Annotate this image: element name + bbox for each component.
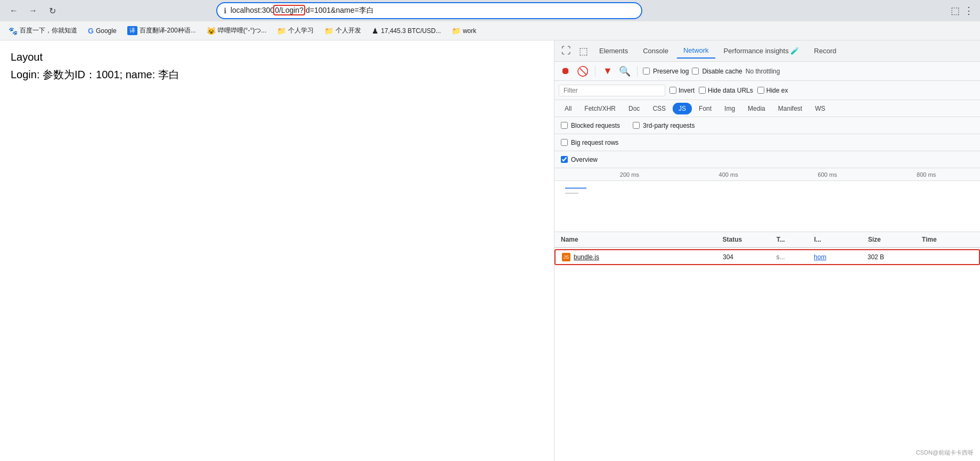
cast-button[interactable]: ⬚ [951,5,960,17]
type-btn-font[interactable]: Font [693,103,717,114]
address-bar[interactable]: ℹ localhost:3000/Login?id=1001&name=李白 [216,2,642,19]
disable-cache-checkbox[interactable] [692,68,699,75]
type-btn-img[interactable]: Img [718,103,741,114]
bookmark-personal-dev[interactable]: 📁 个人开发 [320,24,365,37]
col-header-status: Status [723,236,777,243]
tab-network[interactable]: Network [677,43,715,59]
overview-row: Overview [554,151,980,168]
bookmark-dev-label: 个人开发 [336,26,361,35]
back-button[interactable]: ← [6,3,21,18]
col-header-name: Name [559,236,723,243]
bookmark-google[interactable]: G Google [84,24,121,37]
bookmark-personal-study[interactable]: 📁 个人学习 [273,24,318,37]
csdn-watermark: CSDN@前端卡卡西呀 [916,449,974,457]
browser-actions: ⬚ ⋮ [951,5,974,17]
col-header-size: Size [868,236,922,243]
url-prefix: localhost:300 [231,6,275,14]
hide-data-urls-label[interactable]: Hide data URLs [708,87,753,94]
preserve-log-label[interactable]: Preserve log [653,68,689,75]
type-btn-media[interactable]: Media [742,103,771,114]
timeline-request-bar-2 [565,193,578,194]
js-file-icon: JS [562,253,570,261]
translate-icon: 译 [127,26,137,35]
hide-ex-label[interactable]: Hide ex [766,87,788,94]
timeline-request-bar [565,187,586,189]
hide-ex-checkbox[interactable] [757,87,764,94]
type-btn-manifest[interactable]: Manifest [772,103,808,114]
file-name-label: bundle.js [574,253,599,261]
network-table: JS bundle.js 304 s... hom 302 B [554,248,980,461]
type-btn-css[interactable]: CSS [647,103,672,114]
overview-checkbox[interactable] [561,156,568,163]
big-request-rows-checkbox[interactable] [561,139,568,146]
address-bar-url: localhost:3000/Login?id=1001&name=李白 [231,6,635,15]
filter-input[interactable] [559,85,665,96]
lock-icon: ℹ [224,6,226,15]
filter-button[interactable]: ▼ [601,64,615,78]
reload-button[interactable]: ↻ [45,3,60,18]
invert-label[interactable]: Invert [679,87,695,94]
timeline-ruler: 200 ms 400 ms 600 ms 800 ms [554,168,980,181]
bookmark-btc[interactable]: ♟ 17,445.3 BTC/USD... [368,24,445,37]
tab-record[interactable]: Record [807,44,843,58]
forward-button[interactable]: → [26,3,40,18]
disable-cache-label[interactable]: Disable cache [702,68,742,75]
bookmark-translate[interactable]: 译 百度翻译-200种语... [123,24,200,37]
third-party-checkbox[interactable] [633,122,640,129]
type-btn-all[interactable]: All [559,103,577,114]
blocked-requests-checkbox[interactable] [561,122,568,129]
blocked-requests-item: Blocked requests [561,122,620,129]
type-btn-ws[interactable]: WS [809,103,831,114]
tab-elements[interactable]: Elements [593,44,634,58]
network-toolbar: ⏺ 🚫 ▼ 🔍 Preserve log Disable cache No th… [554,62,980,81]
invert-checkbox[interactable] [669,87,676,94]
tab-console[interactable]: Console [636,44,675,58]
hide-data-urls-checkbox[interactable] [699,87,706,94]
clear-button[interactable]: 🚫 [576,64,590,78]
no-throttling-label: No throttling [746,68,780,75]
extensions-button[interactable]: ⋮ [964,5,974,17]
bookmark-bilibili-label: 哔哩哔哩(°-°)つ... [218,26,267,35]
preserve-log-checkbox[interactable] [643,68,650,75]
search-button[interactable]: 🔍 [618,64,632,78]
record-button[interactable]: ⏺ [559,64,573,78]
tab-performance[interactable]: Performance insights 🧪 [717,44,806,58]
timeline-area: 200 ms 400 ms 600 ms 800 ms [554,168,980,232]
blocked-requests-row: Blocked requests 3rd-party requests [554,117,980,134]
bookmark-study-label: 个人学习 [288,26,314,35]
blocked-requests-label[interactable]: Blocked requests [571,122,620,129]
third-party-label[interactable]: 3rd-party requests [643,122,695,129]
overview-label[interactable]: Overview [571,156,598,163]
folder-study-icon: 📁 [277,27,286,35]
preserve-log-group: Preserve log [643,68,689,75]
big-request-rows-label[interactable]: Big request rows [571,139,618,146]
timeline-body [554,181,980,232]
table-row[interactable]: JS bundle.js 304 s... hom 302 B [554,249,980,265]
big-request-rows-item: Big request rows [561,139,618,146]
bookmark-btc-label: 17,445.3 BTC/USD... [381,27,441,35]
baidu-icon: 🐾 [9,27,18,35]
third-party-item: 3rd-party requests [633,122,695,129]
row-size-cell: 302 B [868,253,921,261]
devtools-inspect-icon[interactable]: ⛶ [559,44,574,59]
toolbar-divider-1 [595,66,595,77]
timeline-mark-200: 200 ms [580,171,679,178]
devtools-device-icon[interactable]: ⬚ [576,44,591,59]
filter-row: Invert Hide data URLs Hide ex [554,81,980,100]
type-btn-fetch-xhr[interactable]: Fetch/XHR [578,103,622,114]
folder-dev-icon: 📁 [324,27,333,35]
type-btn-doc[interactable]: Doc [623,103,646,114]
timeline-mark-800: 800 ms [877,171,976,178]
bookmark-work[interactable]: 📁 work [447,24,480,37]
devtools-tabs: ⛶ ⬚ Elements Console Network Performance… [554,40,980,62]
url-suffix: id=1001&name=李白 [304,6,374,14]
bookmark-google-label: Google [96,27,117,35]
browser-titlebar: ← → ↻ ℹ localhost:3000/Login?id=1001&nam… [0,0,980,21]
page-login-label: Login: 参数为ID：1001; name: 李白 [11,68,543,82]
bookmark-baidu[interactable]: 🐾 百度一下，你就知道 [4,24,81,37]
col-header-time: Time [922,236,976,243]
bilibili-icon: 😺 [207,27,216,35]
bookmark-bilibili[interactable]: 😺 哔哩哔哩(°-°)つ... [202,24,271,37]
type-btn-js[interactable]: JS [673,103,692,114]
page-content: Layout Login: 参数为ID：1001; name: 李白 [0,40,554,461]
